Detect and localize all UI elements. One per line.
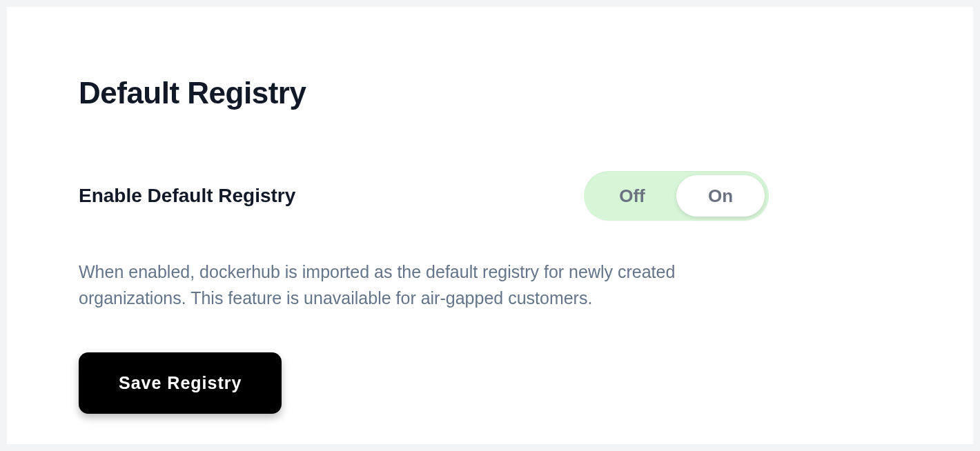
page-title: Default Registry: [79, 76, 907, 110]
settings-panel: Default Registry Enable Default Registry…: [7, 7, 973, 444]
toggle-on-option[interactable]: On: [676, 175, 765, 217]
setting-description: When enabled, dockerhub is imported as t…: [79, 259, 741, 311]
enable-default-registry-row: Enable Default Registry Off On: [79, 171, 769, 221]
enable-default-registry-label: Enable Default Registry: [79, 185, 295, 207]
save-registry-button[interactable]: Save Registry: [79, 352, 282, 414]
toggle-off-option[interactable]: Off: [588, 175, 676, 217]
enable-default-registry-toggle[interactable]: Off On: [584, 171, 769, 221]
